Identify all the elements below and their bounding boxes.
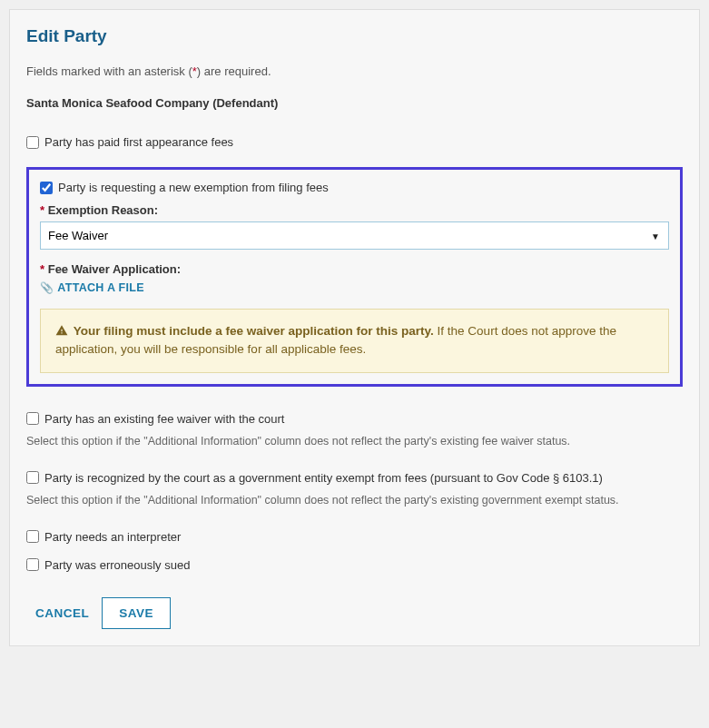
- exemption-highlight-box: Party is requesting a new exemption from…: [26, 167, 683, 387]
- erroneously-sued-row: Party was erroneously sued: [26, 558, 683, 572]
- erroneously-sued-checkbox[interactable]: [26, 558, 39, 571]
- gov-entity-help: Select this option if the "Additional In…: [26, 494, 683, 507]
- edit-party-form: Edit Party Fields marked with an asteris…: [9, 9, 700, 646]
- exemption-reason-label: * Exemption Reason:: [40, 203, 669, 217]
- required-note-suffix: ) are required.: [197, 64, 271, 78]
- paperclip-icon: 📎: [40, 281, 54, 294]
- attach-file-label: ATTACH A FILE: [57, 281, 144, 294]
- paid-fees-checkbox[interactable]: [26, 136, 39, 149]
- exemption-reason-select-wrapper: Fee Waiver ▼: [40, 221, 669, 250]
- existing-waiver-label[interactable]: Party has an existing fee waiver with th…: [44, 412, 284, 426]
- fee-waiver-label-text: Fee Waiver Application:: [48, 262, 181, 276]
- attach-file-link[interactable]: 📎 ATTACH A FILE: [40, 281, 144, 294]
- requesting-exemption-row: Party is requesting a new exemption from…: [40, 181, 669, 194]
- paid-fees-label[interactable]: Party has paid first appearance fees: [44, 135, 233, 149]
- exemption-reason-asterisk: *: [40, 203, 44, 217]
- page-title: Edit Party: [26, 26, 683, 46]
- existing-waiver-checkbox[interactable]: [26, 412, 39, 425]
- interpreter-label[interactable]: Party needs an interpreter: [44, 530, 181, 544]
- fee-waiver-app-label: * Fee Waiver Application:: [40, 262, 669, 276]
- required-field-note: Fields marked with an asterisk (*) are r…: [26, 64, 683, 78]
- exemption-reason-select[interactable]: Fee Waiver: [40, 221, 669, 250]
- interpreter-section: Party needs an interpreter: [26, 530, 683, 544]
- requesting-exemption-checkbox[interactable]: [40, 182, 53, 194]
- warning-bold-text: Your filing must include a fee waiver ap…: [74, 324, 434, 338]
- erroneously-sued-section: Party was erroneously sued: [26, 558, 683, 572]
- gov-entity-row: Party is recognized by the court as a go…: [26, 471, 683, 485]
- exemption-reason-label-text: Exemption Reason:: [48, 203, 158, 217]
- fee-waiver-warning: Your filing must include a fee waiver ap…: [40, 309, 669, 373]
- interpreter-row: Party needs an interpreter: [26, 530, 683, 544]
- erroneously-sued-label[interactable]: Party was erroneously sued: [44, 558, 190, 572]
- actions-row: CANCEL SAVE: [35, 597, 683, 629]
- gov-entity-label[interactable]: Party is recognized by the court as a go…: [44, 471, 603, 485]
- gov-entity-checkbox[interactable]: [26, 471, 39, 484]
- existing-waiver-section: Party has an existing fee waiver with th…: [26, 412, 683, 448]
- warning-icon: [55, 324, 72, 338]
- existing-waiver-help: Select this option if the "Additional In…: [26, 435, 683, 448]
- interpreter-checkbox[interactable]: [26, 530, 39, 543]
- fee-waiver-asterisk: *: [40, 262, 44, 276]
- required-note-prefix: Fields marked with an asterisk (: [26, 64, 192, 78]
- party-name: Santa Monica Seafood Company (Defendant): [26, 96, 683, 110]
- cancel-button[interactable]: CANCEL: [35, 606, 89, 620]
- paid-fees-row: Party has paid first appearance fees: [26, 135, 683, 149]
- gov-entity-section: Party is recognized by the court as a go…: [26, 471, 683, 507]
- existing-waiver-row: Party has an existing fee waiver with th…: [26, 412, 683, 426]
- requesting-exemption-label[interactable]: Party is requesting a new exemption from…: [58, 181, 329, 194]
- save-button[interactable]: SAVE: [102, 597, 171, 629]
